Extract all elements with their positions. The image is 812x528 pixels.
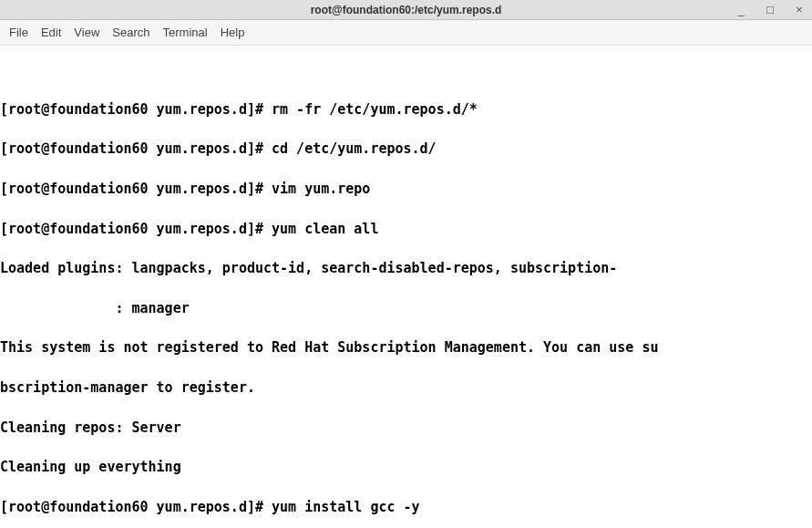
prompt: [root@foundation60 yum.repos.d]# xyxy=(0,101,272,118)
prompt: [root@foundation60 yum.repos.d]# xyxy=(0,181,272,197)
close-button[interactable]: × xyxy=(792,4,807,16)
window-controls: _ □ × xyxy=(734,0,807,19)
output-line: Loaded plugins: langpacks, product-id, s… xyxy=(0,259,812,279)
output-line: : manager xyxy=(0,299,812,319)
output-line: Cleaning repos: Server xyxy=(0,419,812,439)
command-text: yum clean all xyxy=(272,221,378,237)
output-line: bscription-manager to register. xyxy=(0,378,812,399)
prompt: [root@foundation60 yum.repos.d]# xyxy=(0,140,272,157)
command-text: vim yum.repo xyxy=(272,181,370,197)
titlebar: root@foundation60:/etc/yum.repos.d _ □ × xyxy=(0,0,812,20)
command-text: yum install gcc -y xyxy=(272,499,420,515)
window-title: root@foundation60:/etc/yum.repos.d xyxy=(311,4,502,16)
minimize-button[interactable]: _ xyxy=(734,4,748,16)
menu-help[interactable]: Help xyxy=(221,26,245,39)
menubar: File Edit View Search Terminal Help xyxy=(0,20,812,46)
command-text: cd /etc/yum.repos.d/ xyxy=(272,140,437,157)
output-line: Cleaning up everything xyxy=(0,458,812,478)
menu-edit[interactable]: Edit xyxy=(41,26,61,39)
menu-file[interactable]: File xyxy=(9,26,28,39)
command-text: rm -fr /etc/yum.repos.d/* xyxy=(272,101,478,118)
menu-terminal[interactable]: Terminal xyxy=(163,26,208,39)
maximize-button[interactable]: □ xyxy=(763,4,777,16)
prompt: [root@foundation60 yum.repos.d]# xyxy=(0,499,272,515)
menu-view[interactable]: View xyxy=(74,26,99,39)
menu-search[interactable]: Search xyxy=(112,26,149,39)
output-line: This system is not registered to Red Hat… xyxy=(0,338,812,358)
prompt: [root@foundation60 yum.repos.d]# xyxy=(0,221,272,237)
terminal-content[interactable]: [root@foundation60 yum.repos.d]# rm -fr … xyxy=(0,80,812,528)
